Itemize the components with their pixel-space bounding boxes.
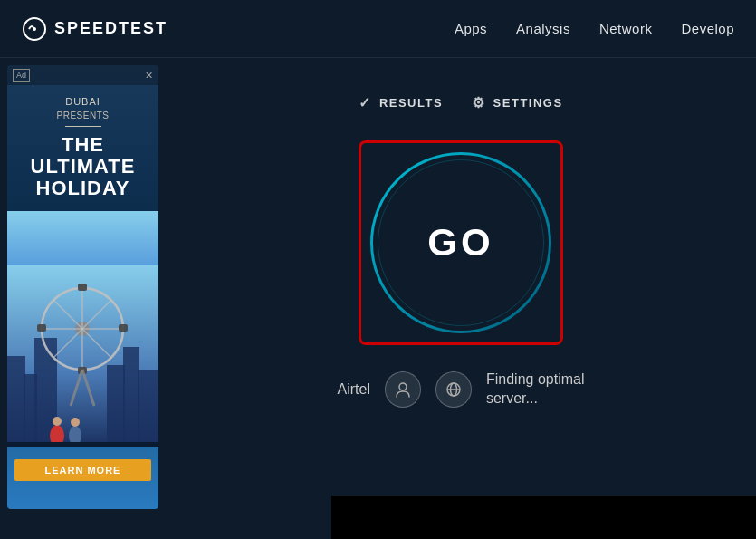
nav: Apps Analysis Network Develop — [455, 21, 734, 36]
ad-cta-area: LEARN MORE — [7, 447, 158, 486]
logo-text: SPEEDTEST — [54, 19, 167, 38]
speedtest-area: ✓ RESULTS ⚙ SETTINGS GO Airtel — [166, 58, 756, 539]
tab-results[interactable]: ✓ RESULTS — [359, 94, 443, 111]
nav-analysis[interactable]: Analysis — [516, 21, 570, 36]
svg-point-1 — [33, 27, 36, 31]
logo[interactable]: SPEEDTEST — [22, 16, 167, 42]
ad-learn-more-button[interactable]: LEARN MORE — [14, 459, 151, 481]
ad-presents: PRESENTS — [16, 111, 149, 120]
ad-headline: THE ULTIMATE HOLIDAY — [16, 134, 149, 200]
svg-rect-17 — [37, 324, 46, 332]
tab-settings[interactable]: ⚙ SETTINGS — [472, 94, 563, 111]
status-bar: Airtel Finding optimal server... — [338, 371, 585, 409]
speedtest-logo-icon — [22, 16, 47, 42]
tab-results-label: RESULTS — [379, 96, 443, 110]
settings-gear-icon: ⚙ — [472, 94, 486, 111]
ad-sidebar: Ad ✕ DUBAI PRESENTS THE ULTIMATE HOLIDAY — [0, 58, 166, 539]
go-button[interactable]: GO — [370, 152, 551, 333]
bottom-bar-content — [339, 500, 483, 534]
svg-rect-6 — [107, 365, 125, 447]
tabs-bar: ✓ RESULTS ⚙ SETTINGS — [359, 94, 562, 111]
user-icon[interactable] — [385, 371, 421, 408]
main-content: Ad ✕ DUBAI PRESENTS THE ULTIMATE HOLIDAY — [0, 58, 756, 539]
isp-name: Airtel — [338, 381, 370, 398]
go-button-wrapper: GO — [359, 140, 563, 345]
svg-point-26 — [399, 383, 407, 390]
nav-apps[interactable]: Apps — [455, 21, 487, 36]
finding-server-line1: Finding optimal — [486, 371, 585, 390]
ad-badge: Ad — [13, 69, 30, 82]
svg-rect-8 — [138, 370, 158, 447]
bottom-bar — [331, 496, 756, 539]
svg-rect-7 — [123, 347, 139, 447]
user-svg — [394, 380, 412, 399]
svg-rect-18 — [119, 324, 128, 332]
svg-rect-25 — [7, 442, 158, 447]
ad-headline-line2: ULTIMATE — [16, 156, 149, 178]
header: SPEEDTEST Apps Analysis Network Develop — [0, 0, 756, 58]
go-button-label: GO — [427, 221, 493, 265]
tab-settings-label: SETTINGS — [493, 96, 563, 110]
ad-content: DUBAI PRESENTS THE ULTIMATE HOLIDAY — [7, 85, 158, 211]
globe-svg — [445, 380, 463, 399]
ad-banner[interactable]: Ad ✕ DUBAI PRESENTS THE ULTIMATE HOLIDAY — [7, 65, 158, 509]
finding-server-text: Finding optimal server... — [486, 371, 585, 409]
svg-rect-3 — [7, 356, 25, 447]
ad-city: DUBAI — [16, 96, 149, 107]
finding-server-line2: server... — [486, 390, 585, 409]
svg-point-24 — [71, 418, 80, 427]
ad-image — [7, 211, 158, 447]
ad-close-button[interactable]: ✕ — [145, 70, 153, 82]
ad-scene-svg — [7, 265, 158, 447]
ad-headline-line3: HOLIDAY — [16, 178, 149, 199]
ad-divider — [65, 126, 101, 127]
globe-icon[interactable] — [435, 371, 472, 408]
svg-point-22 — [53, 417, 62, 426]
nav-develop[interactable]: Develop — [681, 21, 734, 36]
ad-headline-line1: THE — [16, 134, 149, 156]
results-check-icon: ✓ — [359, 94, 372, 111]
nav-network[interactable]: Network — [599, 21, 653, 36]
svg-rect-15 — [78, 284, 87, 291]
ad-top-bar: Ad ✕ — [7, 65, 158, 85]
